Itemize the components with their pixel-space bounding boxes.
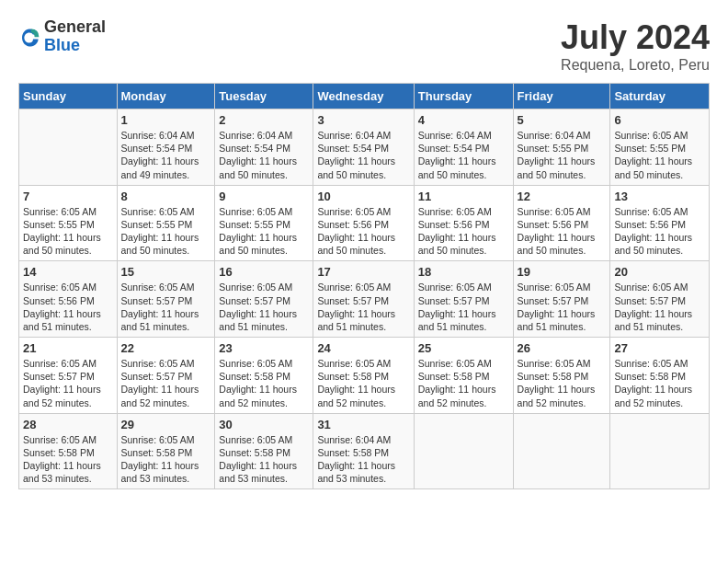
header-day-friday: Friday <box>513 84 610 109</box>
day-number: 20 <box>614 265 705 279</box>
calendar-cell: 22Sunrise: 6:05 AMSunset: 5:57 PMDayligh… <box>117 338 215 414</box>
logo-icon <box>18 27 40 49</box>
calendar-cell: 31Sunrise: 6:04 AMSunset: 5:58 PMDayligh… <box>313 413 414 489</box>
day-number: 7 <box>23 190 113 203</box>
day-detail: Sunrise: 6:05 AMSunset: 5:55 PMDaylight:… <box>23 205 113 258</box>
calendar-cell: 23Sunrise: 6:05 AMSunset: 5:58 PMDayligh… <box>215 338 313 414</box>
calendar-cell: 7Sunrise: 6:05 AMSunset: 5:55 PMDaylight… <box>19 185 118 261</box>
day-detail: Sunrise: 6:05 AMSunset: 5:58 PMDaylight:… <box>418 357 509 409</box>
calendar-cell: 28Sunrise: 6:05 AMSunset: 5:58 PMDayligh… <box>19 413 118 489</box>
day-number: 13 <box>614 190 705 203</box>
day-number: 31 <box>317 418 409 431</box>
day-detail: Sunrise: 6:04 AMSunset: 5:58 PMDaylight:… <box>317 433 409 486</box>
calendar-cell <box>19 109 118 186</box>
day-detail: Sunrise: 6:05 AMSunset: 5:58 PMDaylight:… <box>219 357 309 409</box>
day-number: 21 <box>23 341 113 355</box>
header-day-monday: Monday <box>117 84 215 109</box>
week-row-5: 28Sunrise: 6:05 AMSunset: 5:58 PMDayligh… <box>19 413 710 489</box>
day-number: 27 <box>614 341 705 355</box>
page-header: General Blue July 2024 Requena, Loreto, … <box>18 18 710 74</box>
calendar-cell: 12Sunrise: 6:05 AMSunset: 5:56 PMDayligh… <box>513 185 610 261</box>
day-detail: Sunrise: 6:05 AMSunset: 5:57 PMDaylight:… <box>518 281 607 333</box>
day-number: 6 <box>614 113 705 127</box>
location-title: Requena, Loreto, Peru <box>561 57 710 74</box>
day-detail: Sunrise: 6:05 AMSunset: 5:56 PMDaylight:… <box>518 205 607 258</box>
day-detail: Sunrise: 6:05 AMSunset: 5:57 PMDaylight:… <box>121 281 211 333</box>
calendar-cell: 21Sunrise: 6:05 AMSunset: 5:57 PMDayligh… <box>19 338 118 414</box>
day-number: 9 <box>219 190 309 203</box>
calendar-cell: 24Sunrise: 6:05 AMSunset: 5:58 PMDayligh… <box>313 338 414 414</box>
day-detail: Sunrise: 6:05 AMSunset: 5:58 PMDaylight:… <box>614 357 705 409</box>
header-day-thursday: Thursday <box>414 84 513 109</box>
day-number: 11 <box>418 190 509 203</box>
day-number: 17 <box>317 265 409 279</box>
calendar-cell: 29Sunrise: 6:05 AMSunset: 5:58 PMDayligh… <box>117 413 215 489</box>
day-number: 1 <box>121 113 211 127</box>
day-detail: Sunrise: 6:05 AMSunset: 5:58 PMDaylight:… <box>121 433 211 486</box>
calendar-cell: 15Sunrise: 6:05 AMSunset: 5:57 PMDayligh… <box>117 261 215 338</box>
calendar-cell: 1Sunrise: 6:04 AMSunset: 5:54 PMDaylight… <box>117 109 215 186</box>
logo-text: General Blue <box>44 18 106 55</box>
calendar-cell: 17Sunrise: 6:05 AMSunset: 5:57 PMDayligh… <box>313 261 414 338</box>
calendar-cell: 19Sunrise: 6:05 AMSunset: 5:57 PMDayligh… <box>513 261 610 338</box>
day-detail: Sunrise: 6:05 AMSunset: 5:56 PMDaylight:… <box>23 281 113 333</box>
calendar-cell <box>414 413 513 489</box>
week-row-3: 14Sunrise: 6:05 AMSunset: 5:56 PMDayligh… <box>19 261 710 338</box>
day-detail: Sunrise: 6:05 AMSunset: 5:55 PMDaylight:… <box>219 205 309 258</box>
header-day-saturday: Saturday <box>610 84 710 109</box>
calendar-cell: 26Sunrise: 6:05 AMSunset: 5:58 PMDayligh… <box>513 338 610 414</box>
logo: General Blue <box>18 18 106 55</box>
logo-blue-text: Blue <box>44 37 106 55</box>
header-day-tuesday: Tuesday <box>215 84 313 109</box>
day-number: 23 <box>219 341 309 355</box>
calendar-cell: 14Sunrise: 6:05 AMSunset: 5:56 PMDayligh… <box>19 261 118 338</box>
calendar-cell: 30Sunrise: 6:05 AMSunset: 5:58 PMDayligh… <box>215 413 313 489</box>
day-detail: Sunrise: 6:05 AMSunset: 5:57 PMDaylight:… <box>23 357 113 409</box>
day-number: 19 <box>518 265 607 279</box>
day-detail: Sunrise: 6:05 AMSunset: 5:57 PMDaylight:… <box>121 357 211 409</box>
day-number: 16 <box>219 265 309 279</box>
calendar-cell: 4Sunrise: 6:04 AMSunset: 5:54 PMDaylight… <box>414 109 513 186</box>
calendar-cell: 11Sunrise: 6:05 AMSunset: 5:56 PMDayligh… <box>414 185 513 261</box>
calendar-body: 1Sunrise: 6:04 AMSunset: 5:54 PMDaylight… <box>19 109 710 489</box>
calendar-cell: 27Sunrise: 6:05 AMSunset: 5:58 PMDayligh… <box>610 338 710 414</box>
calendar-cell: 13Sunrise: 6:05 AMSunset: 5:56 PMDayligh… <box>610 185 710 261</box>
logo-general-text: General <box>44 18 106 37</box>
day-number: 2 <box>219 113 309 127</box>
day-detail: Sunrise: 6:05 AMSunset: 5:56 PMDaylight:… <box>317 205 409 258</box>
day-number: 24 <box>317 341 409 355</box>
calendar-cell <box>610 413 710 489</box>
calendar-cell: 9Sunrise: 6:05 AMSunset: 5:55 PMDaylight… <box>215 185 313 261</box>
day-number: 10 <box>317 190 409 203</box>
week-row-4: 21Sunrise: 6:05 AMSunset: 5:57 PMDayligh… <box>19 338 710 414</box>
calendar-cell: 20Sunrise: 6:05 AMSunset: 5:57 PMDayligh… <box>610 261 710 338</box>
day-detail: Sunrise: 6:05 AMSunset: 5:58 PMDaylight:… <box>23 433 113 486</box>
calendar-cell: 18Sunrise: 6:05 AMSunset: 5:57 PMDayligh… <box>414 261 513 338</box>
calendar-cell: 6Sunrise: 6:05 AMSunset: 5:55 PMDaylight… <box>610 109 710 186</box>
day-number: 14 <box>23 265 113 279</box>
title-block: July 2024 Requena, Loreto, Peru <box>561 18 710 74</box>
calendar-cell <box>513 413 610 489</box>
day-detail: Sunrise: 6:04 AMSunset: 5:54 PMDaylight:… <box>121 129 211 181</box>
day-detail: Sunrise: 6:05 AMSunset: 5:58 PMDaylight:… <box>518 357 607 409</box>
day-detail: Sunrise: 6:04 AMSunset: 5:54 PMDaylight:… <box>317 129 409 181</box>
day-number: 29 <box>121 418 211 431</box>
day-detail: Sunrise: 6:05 AMSunset: 5:57 PMDaylight:… <box>317 281 409 333</box>
day-number: 22 <box>121 341 211 355</box>
day-detail: Sunrise: 6:05 AMSunset: 5:55 PMDaylight:… <box>614 129 705 181</box>
day-number: 3 <box>317 113 409 127</box>
day-detail: Sunrise: 6:04 AMSunset: 5:54 PMDaylight:… <box>418 129 509 181</box>
calendar-cell: 16Sunrise: 6:05 AMSunset: 5:57 PMDayligh… <box>215 261 313 338</box>
calendar-header: SundayMondayTuesdayWednesdayThursdayFrid… <box>19 84 710 109</box>
header-day-sunday: Sunday <box>19 84 118 109</box>
day-detail: Sunrise: 6:05 AMSunset: 5:56 PMDaylight:… <box>614 205 705 258</box>
calendar-cell: 10Sunrise: 6:05 AMSunset: 5:56 PMDayligh… <box>313 185 414 261</box>
calendar-cell: 5Sunrise: 6:04 AMSunset: 5:55 PMDaylight… <box>513 109 610 186</box>
day-detail: Sunrise: 6:05 AMSunset: 5:57 PMDaylight:… <box>219 281 309 333</box>
day-detail: Sunrise: 6:04 AMSunset: 5:54 PMDaylight:… <box>219 129 309 181</box>
week-row-2: 7Sunrise: 6:05 AMSunset: 5:55 PMDaylight… <box>19 185 710 261</box>
calendar-table: SundayMondayTuesdayWednesdayThursdayFrid… <box>18 83 710 489</box>
day-number: 5 <box>518 113 607 127</box>
day-number: 30 <box>219 418 309 431</box>
calendar-cell: 2Sunrise: 6:04 AMSunset: 5:54 PMDaylight… <box>215 109 313 186</box>
